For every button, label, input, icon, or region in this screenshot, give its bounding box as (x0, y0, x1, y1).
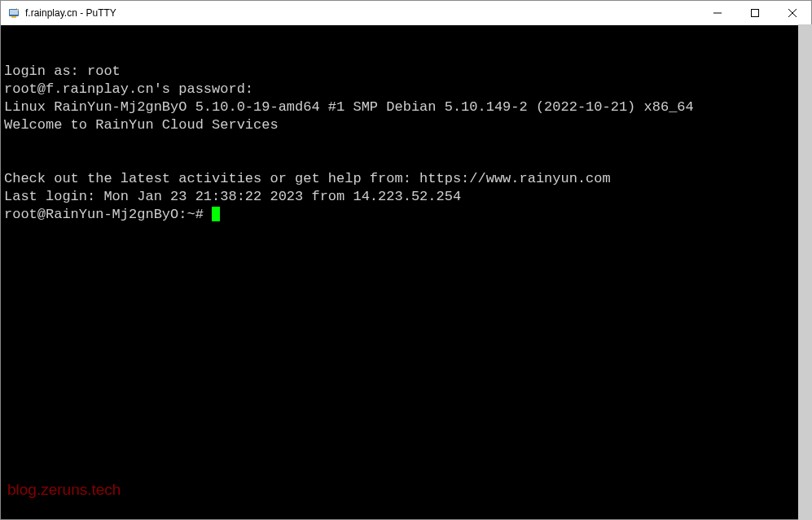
terminal-line: Welcome to RainYun Cloud Services (4, 116, 808, 134)
close-button[interactable] (774, 1, 811, 25)
terminal-line: Check out the latest activities or get h… (4, 170, 808, 188)
terminal-line: Linux RainYun-Mj2gnByO 5.10.0-19-amd64 #… (4, 98, 808, 116)
terminal-line (4, 152, 808, 170)
svg-rect-4 (752, 10, 759, 17)
minimize-button[interactable] (699, 1, 736, 25)
terminal-line: login as: root (4, 63, 808, 81)
putty-window: f.rainplay.cn - PuTTY login as: rootroot… (0, 0, 812, 520)
terminal-area[interactable]: login as: rootroot@f.rainplay.cn's passw… (1, 25, 811, 519)
maximize-button[interactable] (736, 1, 774, 25)
watermark-text: blog.zeruns.tech (7, 481, 121, 499)
shell-prompt: root@RainYun-Mj2gnByO:~# (4, 207, 212, 222)
svg-rect-1 (10, 10, 18, 15)
terminal-line: root@f.rainplay.cn's password: (4, 81, 808, 98)
svg-rect-2 (11, 16, 16, 18)
window-controls (699, 1, 811, 25)
titlebar[interactable]: f.rainplay.cn - PuTTY (1, 1, 811, 25)
vertical-scrollbar[interactable] (798, 24, 812, 520)
terminal-cursor (212, 207, 220, 221)
putty-icon (7, 7, 20, 20)
scrollbar-thumb[interactable] (798, 24, 812, 520)
terminal-line (4, 134, 808, 152)
terminal-line: Last login: Mon Jan 23 21:38:22 2023 fro… (4, 188, 808, 206)
window-title: f.rainplay.cn - PuTTY (25, 7, 699, 19)
